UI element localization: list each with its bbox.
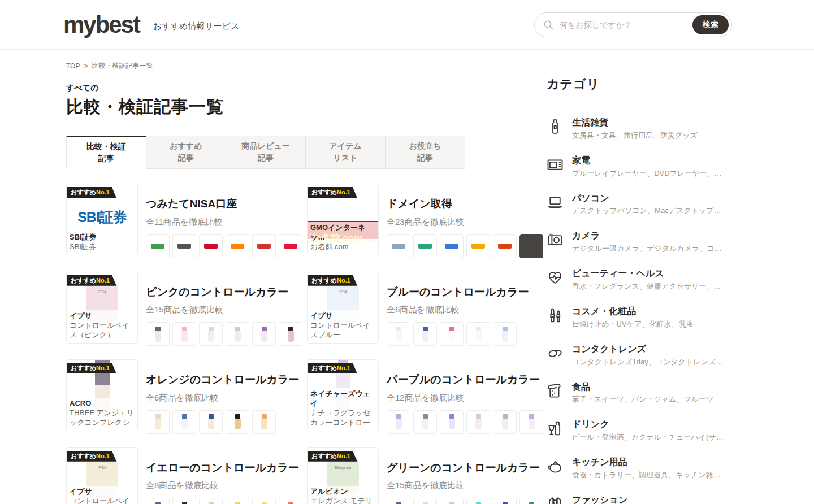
product-thumbnail: [519, 498, 543, 504]
contact-lens-icon: [547, 345, 564, 362]
product-thumbnail: [252, 322, 276, 346]
badge-no1: No.1: [337, 364, 350, 371]
badge-prefix: おすすめ: [311, 277, 337, 284]
product-thumbnail: [466, 498, 490, 504]
card-title-link[interactable]: ブルーのコントロールカラー: [387, 284, 529, 300]
product-thumbnail: [466, 410, 490, 434]
category-sidebar: カテゴリ 生活雑貨 文房具・文具、旅行用品、防災グッズ 家電 ブルーレイプレーヤ…: [547, 50, 731, 504]
card-image[interactable]: おすすめNo.1 IPSA イプサ コントロールベイスブルー: [307, 272, 379, 344]
product-thumbnails: [387, 322, 529, 346]
badge-no1: No.1: [96, 364, 110, 371]
coat-icon: [547, 496, 564, 504]
badge-prefix: おすすめ: [311, 453, 337, 459]
product-thumbnail: [226, 234, 249, 258]
card-product-name: THREE アンジェリックコンプレクショ…: [70, 409, 135, 428]
category-item[interactable]: コスメ・化粧品 日焼け止め・UVケア、化粧水、乳液: [547, 306, 731, 329]
tab-hikaku-kensho[interactable]: 比較・検証 記事: [66, 136, 146, 169]
laptop-icon: [547, 194, 564, 211]
product-thumbnail: [440, 410, 464, 434]
category-item[interactable]: ドリンク ビール・発泡酒、カクテル・チューハイ(サ…: [547, 419, 731, 442]
product-thumbnail: [172, 234, 196, 258]
category-item[interactable]: 食品 菓子・スイーツ、パン・ジャム、フルーツ: [547, 381, 731, 405]
badge-no1: No.1: [96, 189, 110, 195]
breadcrumb-top-link[interactable]: TOP: [66, 62, 80, 70]
card-image[interactable]: おすすめNo.1 IPSA イプサ コントロールベイス（ピンク）: [66, 272, 138, 344]
article-card[interactable]: おすすめNo.1 IPSA イプサ コントロールベイスブルー ブルーのコントロー…: [307, 272, 543, 346]
product-thumbnail: [226, 322, 249, 346]
search-box: 検索: [534, 12, 732, 37]
badge-no1: No.1: [337, 277, 350, 284]
category-item[interactable]: 生活雑貨 文房具・文具、旅行用品、防災グッズ: [547, 117, 731, 141]
bread-icon: [547, 383, 564, 399]
article-card[interactable]: おすすめNo.1 IPSA イプサ コントロールベイス イエローのコントロールカ…: [66, 447, 302, 504]
tab-review[interactable]: 商品レビュー 記事: [226, 136, 306, 169]
card-caption: イプサ コントロールベイス（ピンク）: [67, 310, 137, 343]
category-item[interactable]: キッチン用品 食器・カトラリー、調理器具、キッチン雑…: [547, 457, 731, 480]
tab-osusume[interactable]: おすすめ 記事: [146, 136, 226, 169]
card-caption: イプサ コントロールベイス: [67, 486, 137, 504]
article-card[interactable]: おすすめNo.1 ACRO THREE アンジェリックコンプレクショ… オレンジ…: [66, 359, 302, 434]
article-card[interactable]: おすすめNo.1 Elégance アルビオン エレガンス モデリング カラーベ…: [307, 447, 543, 504]
article-card[interactable]: おすすめNo.1 IPSA イプサ コントロールベイス（ピンク） ピンクのコント…: [66, 272, 302, 346]
breadcrumb-separator: >: [84, 62, 88, 70]
category-name: 家電: [572, 155, 722, 167]
category-item[interactable]: 家電 ブルーレイプレーヤー、DVDプレーヤー、…: [547, 155, 731, 179]
tab-bar: 比較・検証 記事 おすすめ 記事 商品レビュー 記事 アイテム リスト お役立ち…: [66, 136, 465, 169]
category-item[interactable]: パソコン デスクトップパソコン、Macデスクトップ…: [547, 193, 731, 216]
card-image[interactable]: おすすめNo.1 ネイチャーズウェイ ナチュラグラッセ カラーコントロール…: [307, 359, 379, 431]
card-title-link[interactable]: ドメイン取得: [387, 196, 543, 212]
product-thumbnail: [466, 234, 490, 258]
card-title-link[interactable]: イエローのコントロールカラー: [146, 460, 302, 476]
card-image[interactable]: おすすめNo.1 SBI証券 SBI証券 SBI証券: [66, 184, 138, 255]
card-product-name: コントロールベイスブルー: [310, 321, 375, 340]
heart-pulse-icon: [547, 269, 564, 286]
product-thumbnail: [199, 410, 223, 434]
category-item[interactable]: カメラ デジタル一眼カメラ、デジタルカメラ、コ…: [547, 230, 731, 254]
card-product-name: ナチュラグラッセ カラーコントロール…: [310, 409, 375, 428]
card-title-link[interactable]: オレンジのコントロールカラー: [146, 372, 299, 388]
product-thumbnail: [146, 234, 170, 258]
card-caption: GMOインターネッ… お名前.com: [308, 222, 378, 255]
card-image[interactable]: おすすめNo.1 Elégance アルビオン エレガンス モデリング カラーベ…: [307, 447, 379, 504]
category-subtext: デジタル一眼カメラ、デジタルカメラ、コ…: [572, 244, 722, 254]
recommend-no1-badge: おすすめNo.1: [308, 363, 357, 373]
search-button[interactable]: 検索: [692, 15, 729, 34]
card-compare-count: 全8商品を徹底比較: [146, 480, 302, 491]
article-card[interactable]: おすすめNo.1 SBI証券 SBI証券 SBI証券 つみたてNISA口座 全1…: [66, 184, 302, 258]
category-item[interactable]: ファッション レディーストップス、レディースジャケッ…: [547, 494, 731, 504]
product-thumbnail: [493, 498, 517, 504]
card-title-link[interactable]: パープルのコントロールカラー: [387, 372, 543, 388]
product-thumbnail: [440, 322, 464, 346]
category-list: 生活雑貨 文房具・文具、旅行用品、防災グッズ 家電 ブルーレイプレーヤー、DVD…: [547, 117, 731, 504]
card-image[interactable]: おすすめNo.1 ACRO THREE アンジェリックコンプレクショ…: [66, 359, 138, 431]
card-brand: イプサ: [70, 487, 135, 497]
search-input[interactable]: [554, 20, 692, 29]
category-name: ビューティー・ヘルス: [572, 268, 721, 280]
tab-itemlist[interactable]: アイテム リスト: [306, 136, 386, 169]
tab-label-line1: 商品レビュー: [226, 140, 305, 152]
card-image[interactable]: おすすめNo.1 IPSA イプサ コントロールベイス: [66, 447, 138, 504]
card-title-link[interactable]: ピンクのコントロールカラー: [146, 284, 302, 300]
category-item[interactable]: コンタクトレンズ コンタクトレンズ1day、コンタクトレンズ…: [547, 344, 731, 367]
card-image[interactable]: おすすめNo.1 ドメイン取るならお名前.comhttps://www.onam…: [307, 184, 379, 255]
category-subtext: コンタクトレンズ1day、コンタクトレンズ…: [572, 357, 723, 367]
article-card[interactable]: おすすめNo.1 ネイチャーズウェイ ナチュラグラッセ カラーコントロール… パ…: [307, 359, 543, 434]
product-thumbnail: [413, 322, 437, 346]
card-compare-count: 全6商品を徹底比較: [387, 305, 529, 315]
category-subtext: ブルーレイプレーヤー、DVDプレーヤー、…: [572, 168, 722, 179]
article-card[interactable]: おすすめNo.1 ドメイン取るならお名前.comhttps://www.onam…: [307, 184, 543, 258]
card-title-link[interactable]: グリーンのコントロールカラー: [387, 460, 543, 476]
product-thumbnail: [146, 322, 170, 346]
breadcrumb-current[interactable]: 比較・検証記事一覧: [92, 61, 153, 71]
tab-label-line1: 比較・検証: [67, 141, 146, 153]
product-thumbnail: [413, 234, 437, 258]
mybest-logo[interactable]: mybest: [63, 13, 140, 37]
product-thumbnail: [226, 498, 249, 504]
card-brand: ネイチャーズウェイ: [310, 389, 375, 409]
category-item[interactable]: ビューティー・ヘルス 香水・フレグランス、健康アクセサリー、…: [547, 268, 731, 292]
product-thumbnail: [387, 410, 410, 434]
tab-oyakudachi[interactable]: お役立ち 記事: [386, 136, 465, 169]
badge-prefix: おすすめ: [311, 364, 337, 371]
product-thumbnail: [413, 498, 437, 504]
card-title-link[interactable]: つみたてNISA口座: [146, 196, 302, 212]
